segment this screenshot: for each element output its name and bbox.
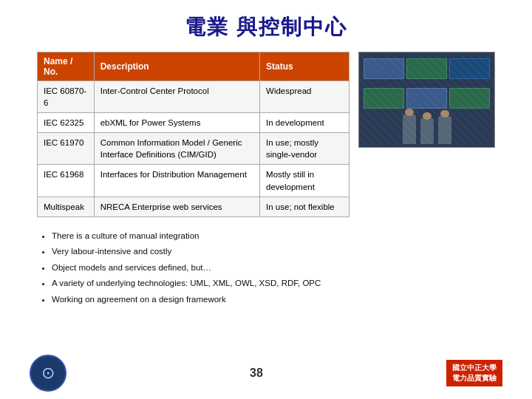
- col-header-description: Description: [94, 52, 259, 81]
- footer-logo-right: 國立中正大學 電力品質實驗: [446, 360, 502, 386]
- table-cell-description: Interfaces for Distribution Management: [94, 165, 259, 197]
- col-header-status: Status: [260, 52, 349, 81]
- list-item: Object models and services defined, but…: [52, 261, 349, 276]
- table-cell-description: Common Information Model / Generic Inter…: [94, 133, 259, 165]
- list-item: A variety of underlying technologies: UM…: [52, 276, 349, 291]
- footer-logo-left: ⊙: [30, 355, 66, 392]
- list-item: There is a culture of manual integration: [52, 229, 349, 244]
- table-row: IEC 60870-6Inter-Control Center Protocol…: [38, 81, 349, 113]
- right-section: [358, 52, 495, 308]
- table-cell-status: In use; not flexible: [260, 197, 349, 216]
- main-content: Name / No. Description Status IEC 60870-…: [0, 52, 532, 308]
- table-cell-name: Multispeak: [38, 197, 95, 216]
- left-section: Name / No. Description Status IEC 60870-…: [37, 52, 349, 308]
- list-item: Very labour-intensive and costly: [52, 245, 349, 259]
- table-cell-name: IEC 60870-6: [38, 81, 95, 113]
- control-room-image: [358, 52, 495, 148]
- table-cell-name: IEC 62325: [38, 113, 95, 133]
- page-title: 電業 與控制中心: [0, 0, 532, 52]
- table-cell-name: IEC 61970: [38, 133, 95, 165]
- table-cell-status: Widespread: [260, 81, 349, 113]
- table-row: IEC 61968Interfaces for Distribution Man…: [38, 165, 349, 197]
- table-cell-status: Mostly still in development: [260, 165, 349, 197]
- footer: ⊙ 38 國立中正大學 電力品質實驗: [0, 355, 532, 392]
- table-cell-description: NRECA Enterprise web services: [94, 197, 259, 216]
- bullet-list: There is a culture of manual integration…: [37, 229, 349, 307]
- list-item: Working on agreement on a design framewo…: [52, 293, 349, 307]
- table-cell-name: IEC 61968: [38, 165, 95, 197]
- col-header-name: Name / No.: [38, 52, 95, 81]
- table-row: IEC 61970Common Information Model / Gene…: [38, 133, 349, 165]
- table-header-row: Name / No. Description Status: [38, 52, 349, 81]
- table-cell-description: Inter-Control Center Protocol: [94, 81, 259, 113]
- table-cell-status: In use; mostly single-vendor: [260, 133, 349, 165]
- table-cell-status: In development: [260, 113, 349, 133]
- logo-text-box: 國立中正大學 電力品質實驗: [446, 360, 502, 386]
- table-row: MultispeakNRECA Enterprise web servicesI…: [38, 197, 349, 216]
- standards-table: Name / No. Description Status IEC 60870-…: [37, 52, 349, 217]
- page-number: 38: [250, 366, 263, 380]
- table-row: IEC 62325ebXML for Power SystemsIn devel…: [38, 113, 349, 133]
- table-cell-description: ebXML for Power Systems: [94, 113, 259, 133]
